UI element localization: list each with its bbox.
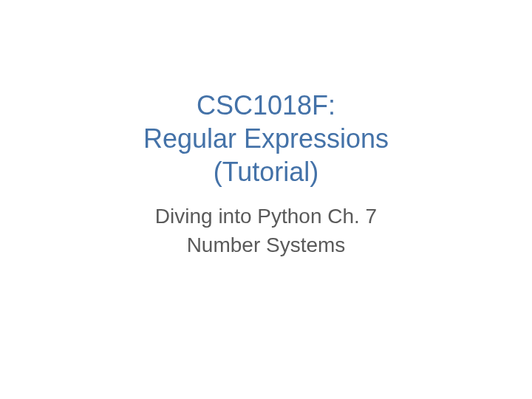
slide-container: CSC1018F: Regular Expressions (Tutorial)… — [0, 0, 532, 399]
subtitle-line-1: Diving into Python Ch. 7 — [155, 202, 377, 231]
title-line-2: Regular Expressions — [143, 122, 389, 155]
title-line-3: (Tutorial) — [143, 155, 389, 188]
slide-subtitle: Diving into Python Ch. 7 Number Systems — [155, 202, 377, 259]
slide-title: CSC1018F: Regular Expressions (Tutorial) — [143, 89, 389, 188]
subtitle-line-2: Number Systems — [155, 231, 377, 259]
title-line-1: CSC1018F: — [143, 89, 389, 122]
